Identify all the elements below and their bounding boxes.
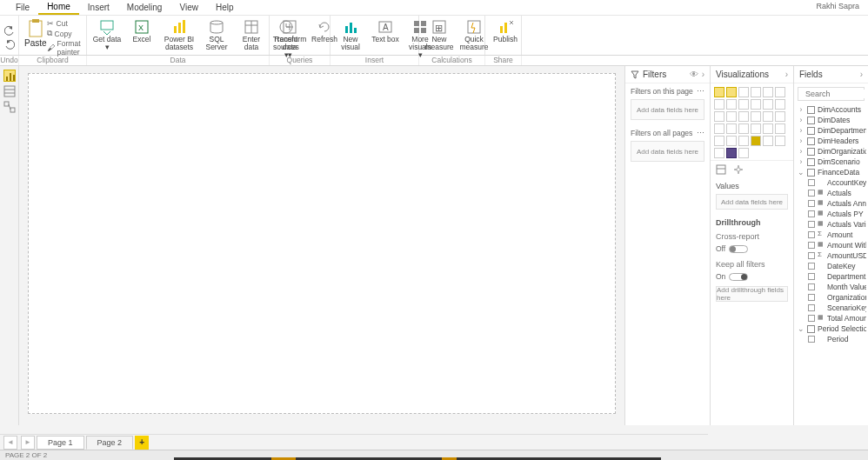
viz-r[interactable] bbox=[738, 136, 749, 146]
filters-collapse-icon[interactable]: › bbox=[702, 70, 704, 79]
text-box-button[interactable]: AText box bbox=[371, 17, 400, 43]
viz-fields-tab[interactable] bbox=[716, 164, 726, 175]
viz-kpi[interactable] bbox=[763, 123, 773, 134]
field-departmentkey[interactable]: DepartmentKey bbox=[796, 271, 866, 282]
field-total-amount[interactable]: Total Amount bbox=[796, 313, 866, 323]
viz-stacked-bar[interactable] bbox=[714, 87, 724, 97]
publish-button[interactable]: Publish bbox=[491, 17, 520, 43]
format-painter-button[interactable]: 🖌Format painter bbox=[47, 39, 81, 57]
add-page-button[interactable]: + bbox=[135, 436, 149, 450]
fields-search[interactable] bbox=[798, 87, 865, 101]
report-view-button[interactable] bbox=[3, 70, 16, 82]
model-view-button[interactable] bbox=[3, 101, 16, 113]
field-amountusd[interactable]: AmountUSD bbox=[796, 250, 866, 261]
viz-card[interactable] bbox=[738, 123, 749, 134]
viz-qna[interactable] bbox=[714, 148, 724, 158]
sql-server-button[interactable]: SQL Server bbox=[202, 17, 231, 51]
page-next-button[interactable]: ► bbox=[21, 436, 35, 450]
cut-button[interactable]: ✂Cut bbox=[47, 19, 81, 28]
viz-table[interactable] bbox=[714, 136, 724, 146]
viz-donut[interactable] bbox=[738, 111, 749, 122]
new-measure-button[interactable]: ⊞New measure bbox=[424, 17, 454, 51]
excel-button[interactable]: XExcel bbox=[127, 17, 157, 43]
undo-icon[interactable] bbox=[4, 25, 15, 36]
viz-decomposition[interactable] bbox=[775, 136, 785, 146]
viz-area[interactable] bbox=[726, 99, 737, 110]
quick-measure-button[interactable]: Quick measure bbox=[459, 17, 489, 51]
viz-more[interactable] bbox=[738, 148, 749, 158]
viz-matrix[interactable] bbox=[726, 136, 737, 146]
new-visual-button[interactable]: New visual bbox=[336, 17, 365, 51]
viz-python[interactable] bbox=[751, 136, 761, 146]
menu-file[interactable]: File bbox=[7, 1, 38, 14]
filters-on-page-dropzone[interactable]: Add data fields here bbox=[631, 99, 704, 120]
menu-help[interactable]: Help bbox=[207, 1, 243, 14]
drillthrough-dropzone[interactable]: Add drillthrough fields here bbox=[716, 286, 788, 302]
fields-search-input[interactable] bbox=[805, 90, 868, 98]
field-actuals-varian-[interactable]: Actuals Varian... bbox=[796, 219, 866, 230]
page-prev-button[interactable]: ◄ bbox=[3, 436, 17, 450]
viz-format-tab[interactable] bbox=[733, 164, 744, 175]
report-canvas[interactable] bbox=[28, 73, 616, 414]
viz-pie[interactable] bbox=[726, 111, 737, 122]
field-accountkey[interactable]: AccountKey bbox=[796, 177, 866, 188]
viz-line-col[interactable] bbox=[751, 99, 761, 110]
page-tab-2[interactable]: Page 2 bbox=[86, 436, 134, 450]
table-dimorganizations[interactable]: ›DimOrganizations bbox=[796, 146, 866, 157]
viz-ribbon[interactable] bbox=[763, 99, 773, 110]
field-amount[interactable]: Amount bbox=[796, 230, 866, 240]
filters-on-all-dropzone[interactable]: Add data fields here bbox=[631, 141, 704, 162]
menu-home[interactable]: Home bbox=[38, 0, 79, 15]
viz-clustered-col[interactable] bbox=[751, 87, 761, 97]
field-actuals[interactable]: Actuals bbox=[796, 188, 866, 198]
values-dropzone[interactable]: Add data fields here bbox=[716, 194, 788, 210]
viz-funnel[interactable] bbox=[714, 123, 724, 134]
page-tab-1[interactable]: Page 1 bbox=[37, 436, 84, 450]
table-dimscenario[interactable]: ›DimScenario bbox=[796, 157, 866, 167]
viz-custom[interactable] bbox=[726, 148, 737, 158]
viz-stacked-col[interactable] bbox=[726, 87, 737, 97]
viz-slicer[interactable] bbox=[775, 123, 785, 134]
paste-button[interactable]: Paste bbox=[24, 17, 47, 55]
transform-data-button[interactable]: Transform data▾ bbox=[275, 17, 304, 59]
table-financedata[interactable]: ⌄FinanceData bbox=[796, 167, 866, 177]
field-period[interactable]: Period bbox=[796, 334, 866, 344]
field-month-value[interactable]: Month Value bbox=[796, 282, 866, 292]
viz-key-influencer[interactable] bbox=[763, 136, 773, 146]
field-organizationk-[interactable]: OrganizationK... bbox=[796, 292, 866, 303]
viz-waterfall[interactable] bbox=[775, 99, 785, 110]
data-view-button[interactable] bbox=[3, 85, 16, 97]
viz-line[interactable] bbox=[714, 99, 724, 110]
viz-100-col[interactable] bbox=[775, 87, 785, 97]
field-actuals-py[interactable]: Actuals PY bbox=[796, 209, 866, 219]
viz-scatter[interactable] bbox=[714, 111, 724, 122]
table-dimdepartments[interactable]: ›DimDepartments bbox=[796, 125, 866, 136]
pbi-datasets-button[interactable]: Power BI datasets bbox=[162, 17, 197, 51]
enter-data-button[interactable]: Enter data bbox=[237, 17, 266, 51]
menu-modeling[interactable]: Modeling bbox=[118, 1, 171, 14]
redo-icon[interactable] bbox=[4, 39, 15, 50]
viz-filled-map[interactable] bbox=[775, 111, 785, 122]
cross-report-toggle[interactable] bbox=[729, 245, 748, 253]
keep-filters-toggle[interactable] bbox=[729, 273, 748, 281]
table-dimaccounts[interactable]: ›DimAccounts bbox=[796, 104, 866, 115]
get-data-button[interactable]: Get data▾ bbox=[92, 17, 122, 51]
more-icon[interactable]: ⋯ bbox=[697, 129, 704, 137]
table-dimheaders[interactable]: ›DimHeaders bbox=[796, 136, 866, 146]
field-amount-with-[interactable]: Amount With ... bbox=[796, 240, 866, 250]
viz-multi-card[interactable] bbox=[751, 123, 761, 134]
field-scenariokey[interactable]: ScenarioKey bbox=[796, 303, 866, 313]
viz-100-bar[interactable] bbox=[763, 87, 773, 97]
more-icon[interactable]: ⋯ bbox=[697, 87, 704, 96]
field-actuals-annu-[interactable]: Actuals Annu... bbox=[796, 198, 866, 209]
viz-map[interactable] bbox=[763, 111, 773, 122]
viz-stacked-area[interactable] bbox=[738, 99, 749, 110]
viz-clustered-bar[interactable] bbox=[738, 87, 749, 97]
filters-show-icon[interactable]: 👁 bbox=[690, 70, 698, 79]
viz-collapse-icon[interactable]: › bbox=[785, 70, 788, 79]
copy-button[interactable]: ⧉Copy bbox=[47, 29, 81, 38]
fields-collapse-icon[interactable]: › bbox=[860, 70, 863, 79]
viz-gauge[interactable] bbox=[726, 123, 737, 134]
menu-insert[interactable]: Insert bbox=[79, 1, 118, 14]
menu-view[interactable]: View bbox=[170, 1, 207, 14]
